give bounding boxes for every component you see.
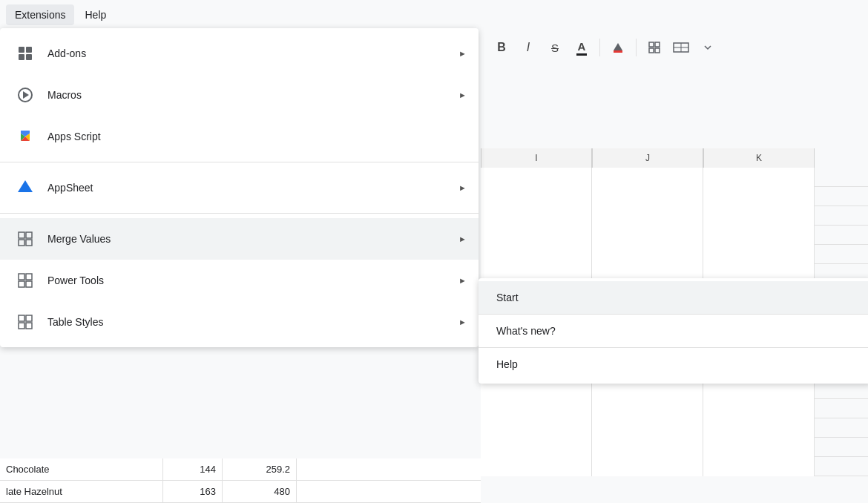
grid-cell[interactable] — [703, 438, 815, 457]
svg-rect-14 — [19, 281, 24, 287]
sheet-cell-name[interactable]: Chocolate — [0, 458, 163, 481]
grid-cell[interactable] — [703, 206, 815, 226]
menu-item-table-styles[interactable]: Table Styles ► — [0, 301, 479, 343]
col-header-k: K — [703, 148, 815, 168]
menu-item-power-tools[interactable]: Power Tools ► — [0, 260, 479, 301]
svg-rect-19 — [26, 323, 32, 329]
bold-button[interactable]: B — [490, 36, 513, 59]
svg-rect-1 — [649, 42, 654, 47]
menu-item-merge-values[interactable]: Merge Values ► — [0, 218, 479, 260]
appsheet-icon — [12, 174, 39, 201]
menubar: Extensions Help — [0, 0, 868, 30]
table-styles-label: Table Styles — [47, 316, 458, 328]
extensions-dropdown: Add-ons ► Macros ► Apps Script — [0, 28, 479, 347]
menu-extensions[interactable]: Extensions — [6, 4, 74, 25]
grid-row — [481, 457, 868, 476]
sheet-row-hazelnut: late Hazelnut 163 480 — [0, 481, 481, 503]
grid-cell[interactable] — [481, 187, 592, 206]
toolbar-separator-2 — [636, 39, 637, 56]
sheet-cell-name[interactable]: late Hazelnut — [0, 481, 163, 503]
grid-cell[interactable] — [703, 187, 815, 206]
grid-cell[interactable] — [481, 418, 592, 438]
table-styles-arrow: ► — [458, 318, 467, 326]
submenu-item-whats-new[interactable]: What's new? — [479, 315, 868, 348]
toolbar-separator-1 — [599, 39, 600, 56]
borders-button[interactable] — [642, 36, 666, 59]
fill-color-button[interactable] — [606, 36, 630, 59]
merge-icon — [672, 40, 690, 55]
fill-color-icon — [611, 40, 625, 55]
merge-values-submenu: Start What's new? Help — [479, 278, 868, 384]
appsheet-arrow: ► — [458, 183, 467, 192]
grid-cell[interactable] — [703, 418, 815, 438]
grid-cell[interactable] — [703, 168, 815, 187]
table-styles-icon — [12, 309, 39, 335]
font-color-button[interactable]: A — [570, 36, 594, 59]
submenu-item-help[interactable]: Help — [479, 348, 868, 381]
grid-row — [481, 226, 868, 245]
grid-cell[interactable] — [703, 245, 815, 264]
grid-row — [481, 187, 868, 206]
menu-item-addons[interactable]: Add-ons ► — [0, 33, 479, 74]
grid-cell[interactable] — [703, 399, 815, 418]
grid-cell[interactable] — [592, 226, 703, 245]
menu-divider-2 — [0, 213, 479, 214]
merge-dropdown-button[interactable] — [696, 36, 720, 59]
grid-cell[interactable] — [703, 226, 815, 245]
col-header-j: J — [592, 148, 703, 168]
grid-cell[interactable] — [481, 206, 592, 226]
grid-cell[interactable] — [592, 245, 703, 264]
font-color-icon: A — [576, 40, 587, 56]
grid-cell[interactable] — [481, 399, 592, 418]
menu-divider-1 — [0, 162, 479, 162]
column-headers: I J K — [481, 148, 815, 168]
svg-rect-18 — [19, 323, 24, 329]
sheet-row-chocolate: Chocolate 144 259.2 — [0, 458, 481, 481]
power-tools-arrow: ► — [458, 276, 467, 285]
grid-cell[interactable] — [592, 438, 703, 457]
svg-rect-10 — [19, 240, 24, 246]
menu-item-appsheet[interactable]: AppSheet ► — [0, 167, 479, 208]
appsheet-label: AppSheet — [47, 182, 458, 194]
merge-button[interactable] — [669, 36, 693, 59]
grid-cell[interactable] — [703, 457, 815, 476]
grid-cell[interactable] — [592, 206, 703, 226]
svg-rect-9 — [26, 232, 32, 238]
grid-row — [481, 168, 868, 187]
grid-row — [481, 418, 868, 438]
sheet-cell-price[interactable]: 480 — [223, 481, 297, 503]
grid-cell[interactable] — [481, 245, 592, 264]
sheet-cell-price[interactable]: 259.2 — [223, 458, 297, 481]
addons-label: Add-ons — [47, 47, 458, 59]
svg-rect-2 — [655, 42, 660, 47]
sheet-cell-qty[interactable]: 163 — [163, 481, 223, 503]
apps-script-label: Apps Script — [47, 131, 467, 142]
menu-item-macros[interactable]: Macros ► — [0, 74, 479, 116]
grid-cell[interactable] — [592, 399, 703, 418]
grid-cell[interactable] — [481, 438, 592, 457]
merge-values-icon — [12, 226, 39, 252]
menu-help[interactable]: Help — [76, 4, 115, 25]
submenu-item-start[interactable]: Start — [479, 281, 868, 315]
sheet-cell-qty[interactable]: 144 — [163, 458, 223, 481]
svg-rect-16 — [19, 315, 24, 321]
svg-rect-13 — [26, 274, 32, 280]
sheet-data: Chocolate 144 259.2 late Hazelnut 163 48… — [0, 458, 481, 503]
addons-arrow: ► — [458, 49, 467, 58]
svg-rect-0 — [614, 50, 622, 53]
grid-cell[interactable] — [592, 168, 703, 187]
col-header-i: I — [481, 148, 592, 168]
grid-cell[interactable] — [481, 226, 592, 245]
grid-cell[interactable] — [481, 168, 592, 187]
grid-cell[interactable] — [592, 457, 703, 476]
menu-item-apps-script[interactable]: Apps Script — [0, 116, 479, 157]
grid-cell[interactable] — [481, 457, 592, 476]
macros-label: Macros — [47, 89, 458, 101]
grid-cell[interactable] — [592, 418, 703, 438]
strikethrough-button[interactable]: S — [543, 36, 567, 59]
italic-button[interactable]: I — [516, 36, 540, 59]
power-tools-icon — [12, 267, 39, 294]
macros-arrow: ► — [458, 91, 467, 99]
grid-cell[interactable] — [592, 187, 703, 206]
grid-row — [481, 438, 868, 457]
